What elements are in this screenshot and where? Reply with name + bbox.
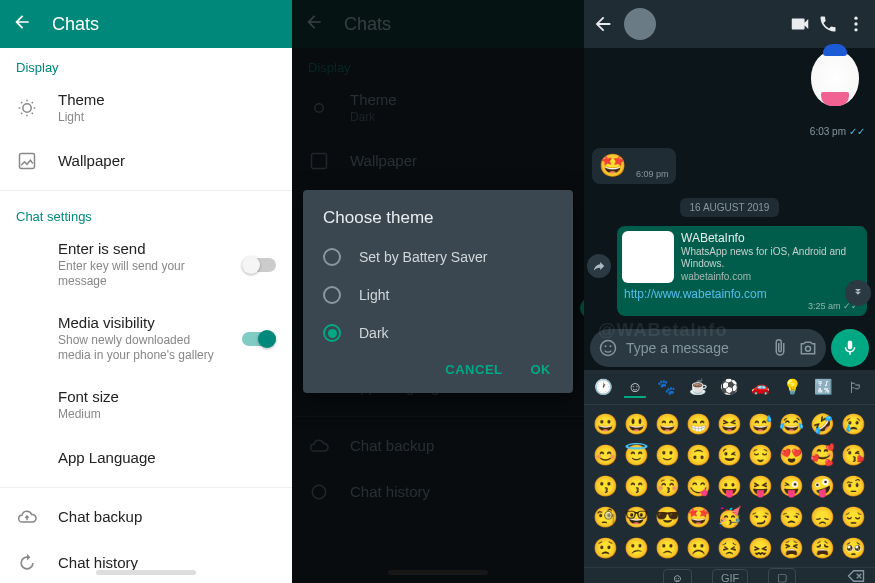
- emoji-item[interactable]: 😔: [839, 502, 869, 532]
- message-time: 3:25 am: [808, 301, 841, 311]
- theme-option-battery[interactable]: Set by Battery Saver: [303, 238, 573, 276]
- back-icon[interactable]: [592, 13, 614, 35]
- chat-history-row[interactable]: Chat history: [0, 540, 292, 583]
- emoji-item[interactable]: 😞: [808, 502, 838, 532]
- app-language-row[interactable]: App Language: [0, 435, 292, 481]
- emoji-item[interactable]: 😏: [746, 502, 776, 532]
- theme-value: Light: [58, 110, 276, 126]
- sticker-message[interactable]: [805, 50, 865, 120]
- emoji-item[interactable]: 😊: [590, 440, 620, 470]
- emoji-item[interactable]: 😝: [746, 471, 776, 501]
- enter-send-label: Enter is send: [58, 240, 222, 257]
- emoji-item[interactable]: 🙃: [683, 440, 713, 470]
- emoji-item[interactable]: 😉: [714, 440, 744, 470]
- gif-tab[interactable]: GIF: [712, 569, 748, 584]
- camera-icon[interactable]: [798, 338, 818, 358]
- enter-send-row[interactable]: Enter is sendEnter key will send your me…: [0, 228, 292, 302]
- incoming-message[interactable]: 🤩6:09 pm: [592, 148, 676, 184]
- emoji-item[interactable]: 😀: [590, 409, 620, 439]
- emoji-item[interactable]: 🥰: [808, 440, 838, 470]
- ok-button[interactable]: OK: [531, 362, 552, 377]
- forward-icon[interactable]: [587, 254, 611, 278]
- emoji-item[interactable]: 😃: [621, 409, 651, 439]
- mic-button[interactable]: [831, 329, 869, 367]
- category-animals-icon[interactable]: 🐾: [656, 376, 678, 398]
- emoji-item[interactable]: 😜: [777, 471, 807, 501]
- emoji-item[interactable]: 🤪: [808, 471, 838, 501]
- chat-area[interactable]: 6:03 pm✓✓ 🤩6:09 pm 16 AUGUST 2019 WABeta…: [584, 48, 875, 326]
- emoji-item[interactable]: 🧐: [590, 502, 620, 532]
- emoji-item[interactable]: 😘: [839, 440, 869, 470]
- emoji-item[interactable]: 🥺: [839, 533, 869, 563]
- emoji-item[interactable]: 🤓: [621, 502, 651, 532]
- theme-option-light[interactable]: Light: [303, 276, 573, 314]
- theme-label: Theme: [58, 91, 276, 108]
- emoji-item[interactable]: 😆: [714, 409, 744, 439]
- category-flags-icon[interactable]: 🏳: [844, 376, 866, 398]
- video-call-icon[interactable]: [789, 13, 811, 35]
- category-activity-icon[interactable]: ⚽: [718, 376, 740, 398]
- emoji-item[interactable]: 😢: [839, 409, 869, 439]
- category-smileys-icon[interactable]: ☺: [624, 376, 646, 398]
- category-food-icon[interactable]: ☕: [687, 376, 709, 398]
- emoji-item[interactable]: 😟: [590, 533, 620, 563]
- emoji-item[interactable]: 😖: [746, 533, 776, 563]
- emoji-item[interactable]: 😁: [683, 409, 713, 439]
- read-receipt-icon: ✓✓: [849, 126, 865, 137]
- backspace-icon[interactable]: [847, 567, 865, 584]
- divider: [0, 487, 292, 488]
- avatar[interactable]: [624, 8, 656, 40]
- media-visibility-row[interactable]: Media visibilityShow newly downloaded me…: [0, 302, 292, 376]
- emoji-item[interactable]: 😒: [777, 502, 807, 532]
- outgoing-message[interactable]: WABetaInfo WhatsApp news for iOS, Androi…: [617, 226, 867, 316]
- font-size-row[interactable]: Font sizeMedium: [0, 376, 292, 435]
- emoji-item[interactable]: 😫: [777, 533, 807, 563]
- emoji-item[interactable]: 😋: [683, 471, 713, 501]
- emoji-item[interactable]: 😗: [590, 471, 620, 501]
- emoji-item[interactable]: 🙁: [652, 533, 682, 563]
- chat-backup-row[interactable]: Chat backup: [0, 494, 292, 540]
- link-preview[interactable]: WABetaInfo WhatsApp news for iOS, Androi…: [622, 231, 862, 283]
- theme-option-dark[interactable]: Dark: [303, 314, 573, 352]
- emoji-item[interactable]: 😛: [714, 471, 744, 501]
- emoji-item[interactable]: 🥳: [714, 502, 744, 532]
- theme-row[interactable]: ThemeLight: [0, 79, 292, 138]
- menu-icon[interactable]: [845, 13, 867, 35]
- category-recent-icon[interactable]: 🕐: [593, 376, 615, 398]
- emoji-grid: 😀😃😄😁😆😅😂🤣😢😊😇🙂🙃😉😌😍🥰😘😗😙😚😋😛😝😜🤪🤨🧐🤓😎🤩🥳😏😒😞😔😟😕🙁☹…: [584, 405, 875, 567]
- emoji-item[interactable]: 😎: [652, 502, 682, 532]
- emoji-tab[interactable]: ☺: [663, 569, 692, 584]
- voice-call-icon[interactable]: [817, 13, 839, 35]
- emoji-item[interactable]: 🤩: [683, 502, 713, 532]
- emoji-icon[interactable]: [598, 338, 618, 358]
- emoji-item[interactable]: 😄: [652, 409, 682, 439]
- category-travel-icon[interactable]: 🚗: [750, 376, 772, 398]
- emoji-item[interactable]: ☹️: [683, 533, 713, 563]
- history-icon: [16, 552, 38, 574]
- sticker-tab[interactable]: ▢: [768, 568, 796, 583]
- emoji-item[interactable]: 🤨: [839, 471, 869, 501]
- cancel-button[interactable]: CANCEL: [445, 362, 502, 377]
- media-toggle[interactable]: [242, 332, 276, 346]
- category-symbols-icon[interactable]: 🔣: [813, 376, 835, 398]
- emoji-item[interactable]: 😅: [746, 409, 776, 439]
- emoji-item[interactable]: 😩: [808, 533, 838, 563]
- back-icon[interactable]: [12, 12, 32, 36]
- input-placeholder: Type a message: [626, 340, 762, 356]
- emoji-item[interactable]: 🙂: [652, 440, 682, 470]
- emoji-item[interactable]: 😣: [714, 533, 744, 563]
- category-objects-icon[interactable]: 💡: [781, 376, 803, 398]
- emoji-item[interactable]: 😙: [621, 471, 651, 501]
- emoji-item[interactable]: 😂: [777, 409, 807, 439]
- emoji-item[interactable]: 😍: [777, 440, 807, 470]
- emoji-item[interactable]: 🤣: [808, 409, 838, 439]
- enter-send-toggle[interactable]: [242, 258, 276, 272]
- attach-icon[interactable]: [770, 338, 790, 358]
- scroll-down-button[interactable]: [845, 280, 871, 306]
- message-link[interactable]: http://www.wabetainfo.com: [622, 283, 862, 301]
- emoji-item[interactable]: 😇: [621, 440, 651, 470]
- emoji-item[interactable]: 😕: [621, 533, 651, 563]
- wallpaper-row[interactable]: Wallpaper: [0, 138, 292, 184]
- emoji-item[interactable]: 😚: [652, 471, 682, 501]
- emoji-item[interactable]: 😌: [746, 440, 776, 470]
